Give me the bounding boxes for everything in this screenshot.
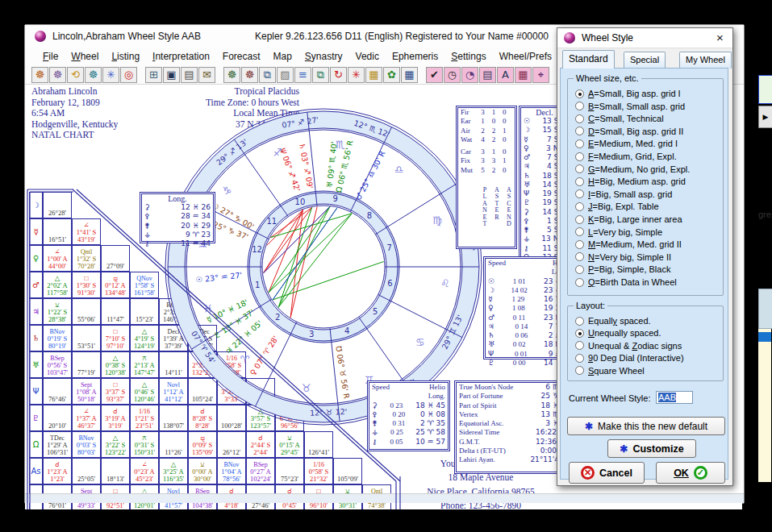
wheel-size-option-n[interactable]: N=Very big, Simple II: [575, 251, 671, 263]
box-header: SpeedHelioLong.: [369, 383, 448, 401]
radio-icon[interactable]: [575, 354, 584, 363]
layout-option-unequal[interactable]: Unequal & Zodiac signs: [575, 340, 682, 351]
toolbar-wheel-target-icon[interactable]: ◎: [120, 67, 137, 83]
arrow-button[interactable]: ▶: [758, 106, 772, 128]
dialog-close-icon[interactable]: ×: [716, 31, 724, 44]
radio-label: C=Small, Technical: [588, 114, 664, 123]
toolbar-wheel-window-icon[interactable]: ☸: [223, 67, 240, 83]
menu-item-vedic[interactable]: Vedic: [349, 49, 386, 64]
radio-icon[interactable]: [575, 114, 584, 123]
cancel-button[interactable]: ✕ Cancel: [569, 462, 645, 484]
wheel-text: 7: [387, 243, 392, 252]
toolbar-clock-icon[interactable]: ◷: [444, 67, 461, 83]
wheel-size-option-k[interactable]: K=Big, Large inner area: [575, 214, 682, 225]
element-row: Fix331: [458, 156, 515, 165]
toolbar-wheel-window2-icon[interactable]: ☸: [241, 67, 258, 83]
wheel-size-option-f[interactable]: F=Medium, Grid, Expl.: [575, 151, 677, 162]
toolbar-magnifier-icon[interactable]: ⌖: [532, 67, 549, 83]
wheel-size-option-d[interactable]: D=Small, Big asp. grid II: [575, 126, 683, 137]
toolbar-chart-window-icon[interactable]: ⊞: [145, 67, 162, 83]
layout-option-equally[interactable]: Equally spaced.: [575, 315, 651, 326]
toolbar-nature-icon[interactable]: ✿: [383, 67, 400, 83]
radio-icon[interactable]: [575, 278, 584, 287]
wheel-size-option-i[interactable]: I=Big, Small asp. grid: [575, 189, 672, 200]
toolbar-grid-gold-icon[interactable]: ▦: [365, 67, 382, 83]
toolbar-wheel-new-icon[interactable]: ☸: [31, 67, 48, 83]
wheel-size-option-e[interactable]: E=Medium, Med. grid I: [575, 138, 678, 149]
toolbar-cascade-icon[interactable]: ⧉: [259, 67, 276, 83]
radio-label: F=Medium, Grid, Expl.: [588, 152, 677, 161]
radio-icon[interactable]: [575, 317, 584, 326]
toolbar-clock-wheel-icon[interactable]: ◔: [461, 67, 478, 83]
wheel-size-option-c[interactable]: C=Small, Technical: [575, 113, 664, 124]
wheel-size-option-h[interactable]: H=Big, Medium asp. grid: [575, 176, 686, 187]
menu-item-ephemeris[interactable]: Ephemeris: [386, 49, 444, 64]
menu-item-file[interactable]: File: [36, 49, 65, 64]
grid-row-label: ☿: [29, 218, 43, 245]
layout-option-90[interactable]: 90 Deg Dial (Interactive): [575, 352, 684, 364]
radio-icon[interactable]: [575, 139, 584, 148]
radio-icon[interactable]: [575, 127, 584, 135]
toolbar-listing-doc-icon[interactable]: ≡: [294, 67, 311, 83]
radio-icon[interactable]: [575, 341, 584, 350]
menu-item-wheel-prefs[interactable]: Wheel/Prefs: [493, 49, 558, 64]
make-default-button[interactable]: ✱ Make this the new default: [567, 417, 725, 435]
menu-item-listing[interactable]: Listing: [105, 49, 146, 64]
wheel-size-option-m[interactable]: M=Medium, Med. grid II: [575, 239, 682, 250]
wheel-size-option-a[interactable]: A=Small, Big asp. grid I: [575, 88, 681, 99]
menu-item-synastry[interactable]: Synastry: [298, 49, 349, 64]
toolbar-compare-icon[interactable]: ▨: [277, 67, 294, 83]
vertical-header-aster: ASTER: [494, 187, 499, 221]
radio-icon[interactable]: [575, 265, 584, 274]
menu-item-settings[interactable]: Settings: [444, 49, 492, 64]
toolbar-check-icon[interactable]: ✔: [426, 67, 443, 83]
customize-button[interactable]: ✱ Customize: [607, 439, 696, 458]
radio-icon[interactable]: [575, 215, 584, 224]
radio-icon[interactable]: [575, 227, 584, 236]
radio-icon[interactable]: [575, 252, 584, 261]
radio-icon[interactable]: [575, 329, 584, 338]
radio-icon[interactable]: [575, 366, 584, 375]
toolbar-doc-search-icon[interactable]: ▤: [479, 67, 496, 83]
toolbar-wheel-pick-icon[interactable]: ☸: [85, 67, 102, 83]
menu-item-wheel[interactable]: Wheel: [65, 49, 105, 64]
toolbar-wheel-open-icon[interactable]: ☸: [49, 67, 66, 83]
wheel-size-option-l[interactable]: L=Very big, Simple: [575, 227, 662, 238]
toolbar-refresh-icon[interactable]: ↻: [330, 67, 347, 83]
toolbar-mail-icon[interactable]: ✉: [198, 67, 215, 83]
dialog-tab-panel: Wheel size, etc. Layout: Current Wheel S…: [560, 68, 728, 480]
layout-option-unequally[interactable]: Unequally spaced.: [575, 327, 661, 339]
menu-item-map[interactable]: Map: [267, 49, 298, 64]
tab-special[interactable]: Special: [624, 52, 666, 69]
wheel-size-option-p[interactable]: P=Big, Simple, Black: [575, 264, 670, 275]
toolbar-documents-icon[interactable]: ⧉: [312, 67, 329, 83]
radio-icon[interactable]: [575, 189, 584, 198]
radio-icon[interactable]: [575, 164, 584, 173]
radio-icon[interactable]: [575, 102, 584, 110]
tab-standard[interactable]: Standard: [562, 50, 615, 69]
toolbar-asterisk-icon[interactable]: ✳: [348, 67, 365, 83]
toolbar-wheel-blue-icon[interactable]: ✳: [102, 67, 119, 83]
radio-icon[interactable]: [575, 177, 584, 186]
toolbar-wheel-back-icon[interactable]: ⟲: [67, 67, 84, 83]
layout-option-square[interactable]: Square Wheel: [575, 365, 645, 376]
radio-icon[interactable]: [575, 202, 584, 211]
menu-item-forecast[interactable]: Forecast: [216, 49, 267, 64]
wheel-size-option-q[interactable]: Q=Birth Data in Wheel: [575, 276, 677, 288]
toolbar-save-icon[interactable]: ▣: [163, 67, 180, 83]
toolbar-small-grid-icon[interactable]: ▦: [515, 67, 532, 83]
ok-button[interactable]: OK ✓: [656, 462, 725, 484]
menu-item-interpretation[interactable]: Interpretation: [146, 49, 216, 64]
radio-icon[interactable]: [575, 240, 584, 249]
radio-icon[interactable]: [575, 152, 584, 161]
wheel-size-option-g[interactable]: G=Medium, No grid, Expl.: [575, 164, 690, 175]
toolbar-calendar-icon[interactable]: ▦: [401, 67, 418, 83]
current-style-input[interactable]: AAB: [656, 391, 693, 404]
wheel-size-option-j[interactable]: J=Big, Expl. Table: [575, 201, 659, 212]
toolbar-print-icon[interactable]: ▤: [181, 67, 198, 83]
radio-icon[interactable]: [575, 89, 584, 98]
wheel-text: 1: [255, 281, 260, 289]
wheel-size-option-b[interactable]: B=Small, Small asp. grid: [575, 101, 685, 112]
toolbar-doc-a-icon[interactable]: A: [497, 67, 514, 83]
tab-my-wheel[interactable]: My Wheel: [679, 52, 732, 69]
